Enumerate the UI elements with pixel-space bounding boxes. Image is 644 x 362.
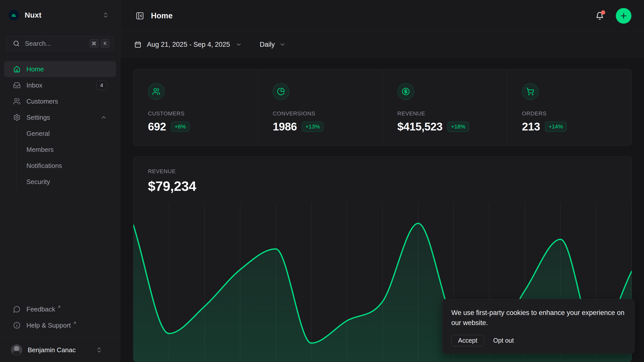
stats-card: CUSTOMERS 692 +6% CONVERSIONS [133, 69, 632, 146]
search-placeholder: Search... [25, 40, 51, 48]
nuxt-logo-icon [9, 10, 19, 20]
chevron-down-icon [279, 41, 286, 48]
sidebar-item-label: Settings [26, 114, 50, 121]
sidebar-footer: Feedback Help & Support [4, 301, 116, 333]
cart-icon [526, 87, 534, 96]
revenue-chart-header: REVENUE $79,234 [133, 157, 632, 194]
help-support-label: Help & Support [26, 322, 71, 329]
inbox-count-badge: 4 [96, 80, 107, 90]
user-name: Benjamin Canac [28, 346, 76, 354]
external-link-icon [57, 305, 61, 309]
dollar-circle-icon [402, 87, 410, 96]
stat-icon-badge [273, 83, 289, 100]
subnav-label: General [26, 130, 50, 138]
stat-delta-badge: +18% [448, 122, 469, 132]
stat-conversions[interactable]: CONVERSIONS 1986 +13% [258, 69, 382, 146]
cookie-banner: We use first-party cookies to enhance yo… [442, 299, 635, 354]
sidebar-item-inbox[interactable]: Inbox 4 [4, 77, 116, 93]
sidebar-nav: Home Inbox 4 C [4, 61, 116, 190]
stat-label: CONVERSIONS [273, 110, 368, 117]
sidebar-item-general[interactable]: General [26, 125, 116, 142]
app-root: Nuxt Search... ⌘ K [0, 0, 644, 362]
chevrons-up-down-icon [102, 12, 109, 18]
stat-value: 1986 [273, 120, 297, 133]
stat-value: 692 [148, 120, 166, 133]
sidebar-item-label: Home [26, 65, 44, 73]
cookie-actions: Accept Opt out [451, 334, 625, 347]
users-icon [152, 87, 160, 96]
search-icon [13, 40, 20, 47]
plus-icon [620, 12, 628, 20]
notifications-button[interactable] [594, 10, 606, 22]
stat-value: $415,523 [397, 120, 443, 133]
optout-cookies-button[interactable]: Opt out [492, 334, 515, 347]
subnav-label: Security [26, 178, 50, 186]
info-circle-icon [13, 322, 21, 329]
accept-cookies-button[interactable]: Accept [451, 335, 484, 346]
add-button[interactable] [616, 8, 631, 24]
sidebar-item-settings[interactable]: Settings [4, 109, 116, 125]
workspace-name: Nuxt [25, 11, 42, 19]
sidebar-item-notifications[interactable]: Notifications [26, 158, 116, 174]
sidebar-item-security[interactable]: Security [26, 174, 116, 190]
chat-bubble-icon [13, 305, 21, 313]
notification-dot [601, 10, 605, 15]
stat-icon-badge [522, 83, 539, 100]
stat-delta-badge: +6% [171, 122, 189, 132]
search-shortcut: ⌘ K [89, 39, 110, 48]
filter-toolbar: Aug 21, 2025 - Sep 4, 2025 Daily [120, 32, 644, 57]
stat-icon-badge [397, 83, 414, 100]
pie-chart-icon [277, 87, 285, 96]
date-range-label: Aug 21, 2025 - Sep 4, 2025 [147, 41, 230, 49]
page-title: Home [151, 11, 173, 20]
sidebar-item-members[interactable]: Members [26, 142, 116, 158]
inbox-icon [13, 81, 21, 89]
user-avatar [11, 344, 22, 355]
stat-icon-badge [148, 83, 165, 100]
search-input[interactable]: Search... ⌘ K [7, 36, 113, 51]
top-header: Home [120, 0, 644, 32]
stat-label: CUSTOMERS [148, 110, 243, 117]
sidebar: Nuxt Search... ⌘ K [0, 0, 120, 362]
sidebar-item-home[interactable]: Home [4, 61, 116, 77]
revenue-chart-total: $79,234 [148, 178, 617, 194]
help-support-link[interactable]: Help & Support [4, 317, 116, 333]
revenue-chart-label: REVENUE [148, 168, 617, 175]
feedback-link[interactable]: Feedback [4, 301, 116, 317]
home-icon [13, 65, 21, 73]
subnav-label: Notifications [26, 162, 62, 170]
stat-label: ORDERS [522, 110, 617, 117]
sidebar-item-label: Customers [26, 98, 58, 105]
cookie-message: We use first-party cookies to enhance yo… [451, 308, 625, 328]
users-icon [13, 98, 21, 105]
stat-value: 213 [522, 120, 540, 133]
user-menu[interactable]: Benjamin Canac [4, 340, 116, 360]
date-range-picker[interactable]: Aug 21, 2025 - Sep 4, 2025 [134, 41, 242, 49]
stat-revenue[interactable]: REVENUE $415,523 +18% [383, 69, 507, 146]
sidebar-item-label: Inbox [26, 81, 43, 89]
stat-delta-badge: +14% [545, 122, 567, 132]
header-actions [594, 8, 631, 24]
gear-icon [13, 114, 21, 121]
sidebar-divider [0, 337, 120, 338]
kbd-k: K [101, 39, 110, 48]
collapse-sidebar-button[interactable] [134, 10, 145, 21]
interval-label: Daily [260, 41, 275, 49]
stat-orders[interactable]: ORDERS 213 +14% [507, 69, 632, 146]
stat-customers[interactable]: CUSTOMERS 692 +6% [133, 69, 258, 146]
chevron-down-icon [235, 41, 242, 48]
kbd-cmd: ⌘ [89, 39, 99, 48]
stat-label: REVENUE [397, 110, 493, 117]
interval-select[interactable]: Daily [260, 41, 286, 49]
panel-left-close-icon [136, 12, 144, 20]
settings-subnav: General Members Notifications Security [17, 125, 116, 190]
calendar-icon [134, 41, 141, 48]
chevrons-up-down-icon [96, 347, 102, 353]
subnav-label: Members [26, 146, 54, 154]
chevron-up-icon [100, 114, 107, 121]
feedback-label: Feedback [26, 305, 55, 313]
external-link-icon [73, 321, 77, 325]
stat-delta-badge: +13% [302, 122, 323, 132]
workspace-switcher[interactable]: Nuxt [7, 8, 113, 23]
sidebar-item-customers[interactable]: Customers [4, 93, 116, 109]
